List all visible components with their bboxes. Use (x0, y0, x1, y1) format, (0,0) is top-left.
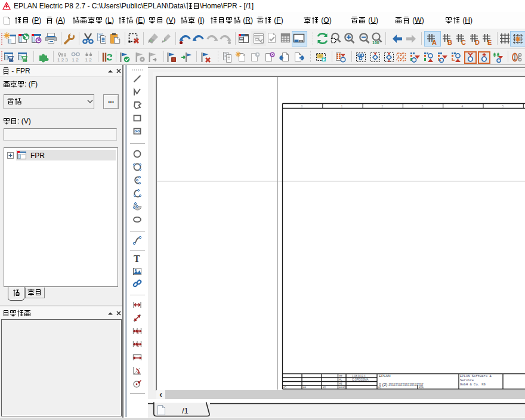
svg-text:100: 100 (372, 41, 379, 45)
svg-text:3: 3 (422, 104, 424, 108)
svg-text:#8: #8 (339, 382, 343, 385)
svg-text:1.08.9/13.4: 1.08.9/13.4 (352, 375, 366, 378)
svg-text:# (2) ###############: # (2) ############### (379, 382, 424, 387)
svg-text:1: 1 (341, 104, 343, 108)
svg-text:2: 2 (382, 104, 384, 108)
svg-text:#L: #L (339, 378, 343, 381)
svg-text:#8A: #8A (419, 386, 424, 389)
svg-text:1 2: 1 2 (85, 57, 92, 63)
svg-text:##: ## (303, 386, 307, 389)
svg-text:A: A (432, 39, 437, 46)
svg-text:4: 4 (462, 104, 464, 108)
svg-text:GmbH & Co. KG: GmbH & Co. KG (460, 382, 486, 387)
svg-text:5: 5 (502, 104, 504, 108)
svg-text:1 2: 1 2 (72, 57, 79, 63)
svg-text:E: E (487, 39, 492, 46)
svg-text:/1: /1 (182, 406, 189, 415)
svg-text:Service: Service (460, 378, 474, 382)
svg-text:C: C (461, 39, 466, 46)
svg-text:EPLAN: EPLAN (379, 374, 391, 378)
svg-text:T: T (134, 254, 140, 263)
svg-text:C.GROSSMA: C.GROSSMA (352, 378, 369, 381)
svg-text:#5: #5 (283, 386, 287, 389)
svg-text:EPLAN Software &: EPLAN Software & (460, 374, 492, 378)
svg-text:1 2 3: 1 2 3 (57, 57, 68, 63)
svg-text:#8: #8 (323, 386, 326, 389)
svg-text:##: ## (339, 375, 343, 378)
svg-text:#8: #8 (378, 386, 382, 389)
svg-text:D: D (475, 39, 480, 46)
svg-text:0: 0 (301, 104, 303, 108)
svg-text:B: B (447, 39, 452, 46)
svg-text:##/#8: ##/#8 (339, 386, 346, 389)
